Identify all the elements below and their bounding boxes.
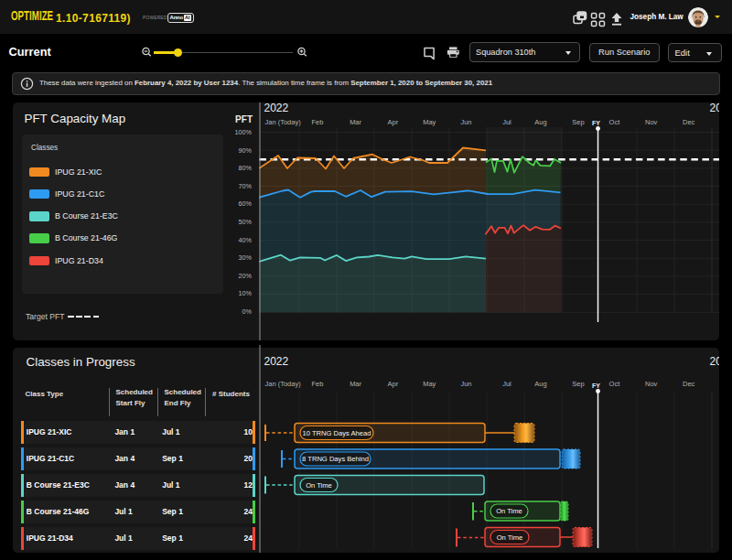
- svg-text:Sep: Sep: [572, 380, 584, 388]
- svg-text:On Time: On Time: [496, 507, 522, 515]
- svg-text:Apr: Apr: [387, 380, 398, 388]
- svg-text:May: May: [423, 118, 436, 126]
- svg-text:Feb: Feb: [312, 118, 324, 126]
- svg-text:20: 20: [710, 355, 720, 368]
- svg-text:FY: FY: [592, 120, 600, 126]
- svg-text:Jan (Today): Jan (Today): [265, 118, 302, 126]
- svg-text:20: 20: [710, 102, 720, 114]
- svg-text:Nov: Nov: [645, 118, 658, 126]
- svg-text:Oct: Oct: [609, 118, 621, 126]
- svg-text:Jun: Jun: [460, 380, 471, 388]
- svg-text:On Time: On Time: [306, 481, 332, 490]
- svg-text:2022: 2022: [264, 102, 289, 114]
- svg-text:10 TRNG Days Ahead: 10 TRNG Days Ahead: [303, 429, 371, 437]
- svg-text:FY: FY: [592, 382, 600, 389]
- svg-text:Mar: Mar: [350, 380, 361, 388]
- svg-text:Aug: Aug: [534, 118, 546, 126]
- svg-text:Feb: Feb: [312, 380, 324, 388]
- svg-text:Jan (Today): Jan (Today): [265, 380, 302, 388]
- svg-text:Apr: Apr: [387, 118, 398, 126]
- svg-text:Oct: Oct: [609, 380, 621, 388]
- svg-text:Dec: Dec: [683, 380, 695, 388]
- svg-text:On Time: On Time: [497, 533, 523, 542]
- svg-text:May: May: [423, 380, 436, 388]
- svg-text:Dec: Dec: [683, 118, 695, 126]
- svg-text:2022: 2022: [264, 355, 289, 368]
- svg-text:Jul: Jul: [502, 118, 511, 126]
- svg-text:Aug: Aug: [534, 380, 546, 388]
- svg-text:Jul: Jul: [502, 380, 511, 388]
- svg-text:8 TRNG Days Behind: 8 TRNG Days Behind: [302, 455, 369, 463]
- svg-text:Sep: Sep: [572, 118, 584, 126]
- svg-text:Jun: Jun: [460, 118, 471, 126]
- svg-text:Mar: Mar: [350, 118, 361, 126]
- svg-text:Nov: Nov: [645, 380, 658, 388]
